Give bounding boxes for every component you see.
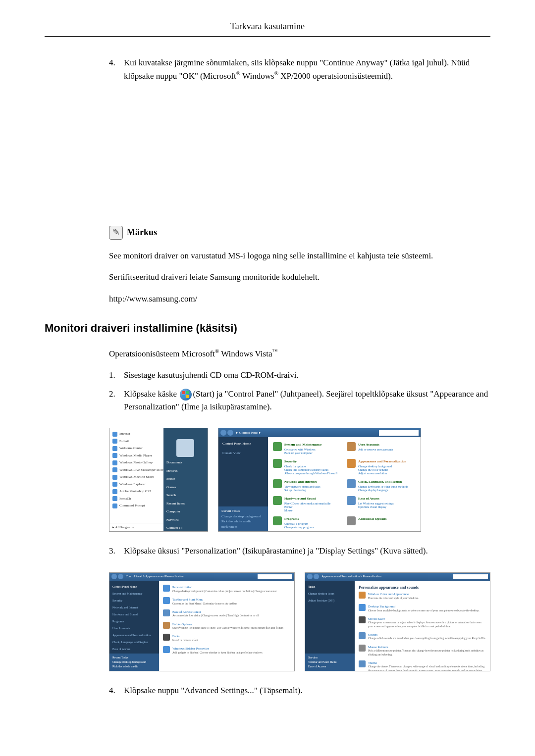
screenshot-control-panel: ▸ Control Panel ▸ Control Panel Home Cla…	[218, 428, 421, 532]
pers-category: Ease of Access CenterAccommodate low vis…	[163, 609, 290, 618]
cp-category: Appearance and PersonalizationChange des…	[347, 459, 416, 475]
pers-category: Folder OptionsSpecify single- or double-…	[163, 622, 290, 630]
pers-left-link: Control Panel Home	[112, 585, 156, 589]
pers-left-link: Ease of Access	[112, 647, 156, 652]
screenshot-appearance-personalization: Control Panel > Appearance and Personali…	[109, 572, 295, 671]
note-p2: Sertifitseeritud draiveri leiate Samsung…	[109, 271, 490, 284]
cp-classic-view: Classic View	[222, 451, 264, 456]
back-icon	[307, 574, 313, 579]
start-menu-right-item: Search	[166, 493, 205, 498]
step-list-top: Kui kuvatakse järgmine sõnumiaken, siis …	[109, 56, 490, 82]
search-input	[453, 574, 488, 579]
step-4b: Klõpsake nuppu "Advanced Settings..." (T…	[109, 684, 490, 697]
screenshot-row-2: Control Panel > Appearance and Personali…	[109, 572, 490, 671]
start-menu-right-item: Network	[166, 517, 205, 523]
back-icon	[111, 574, 117, 579]
note-p1: See monitori draiver on varustatud MS-i …	[109, 250, 490, 262]
screenshot-personalization: Appearance and Personalization > Persona…	[305, 572, 490, 671]
pers-left-link: Security	[112, 599, 156, 603]
page-header: Tarkvara kasutamine	[45, 20, 490, 37]
pers-category: Taskbar and Start MenuCustomize the Star…	[163, 597, 290, 605]
start-menu-right-item: Computer	[166, 509, 205, 514]
pers2-item: Window Color and AppearanceFine tune the…	[359, 592, 486, 600]
pers2-item: Mouse PointersPick a different mouse poi…	[359, 645, 486, 656]
pers2-left-link: Adjust font size (DPI)	[308, 599, 352, 603]
cp-recent-tasks: Change desktop background Pick the whole…	[221, 514, 265, 530]
note-icon: ✎	[109, 226, 123, 240]
pers2-item: Desktop BackgroundChoose from available …	[359, 604, 486, 612]
start-menu-right-item: Pictures	[166, 468, 205, 474]
cp-category: SecurityCheck for updates Check this com…	[273, 459, 342, 475]
steps-list-4: Klõpsake nuppu "Advanced Settings..." (T…	[109, 684, 490, 697]
cp-category: Ease of AccessLet Windows suggest settin…	[347, 496, 416, 512]
screenshot-start-menu: InternetE-mailWelcome CenterWindows Medi…	[109, 428, 208, 532]
pers2-item: SoundsChange which sounds are heard when…	[359, 632, 486, 641]
forward-icon	[314, 574, 319, 579]
start-menu-right-item: Recent Items	[166, 501, 205, 506]
pers-left-link: User Accounts	[112, 626, 156, 631]
steps-list-main: Sisestage kasutusjuhendi CD oma CD-ROM-d…	[109, 369, 490, 413]
avatar	[176, 439, 194, 457]
cp-recent-tasks-hdr: Recent Tasks	[221, 508, 265, 514]
pers-category: Windows Sidebar PropertiesAdd gadgets to…	[163, 646, 290, 655]
os-line: Operatsioonisüsteem Microsoft® Windows V…	[109, 347, 490, 360]
note-section: ✎ Märkus See monitori draiver on varusta…	[109, 226, 490, 305]
cp-left-header: Control Panel Home	[222, 441, 264, 447]
pers2-left-link: Tasks	[308, 585, 352, 589]
cp-category: Additional Options	[347, 516, 416, 529]
start-menu-right-item: Music	[166, 476, 205, 482]
steps-list-3: Klõpsake üksusi "Personalization" (Isiku…	[109, 545, 490, 557]
cp-category: ProgramsUninstall a program Change start…	[273, 516, 342, 529]
note-title: Märkus	[127, 226, 157, 239]
section-title: Monitori draiveri installimine (käsitsi)	[45, 320, 490, 336]
cp-category: User AccountsAdd or remove user accounts	[347, 442, 416, 455]
pers2-header: Personalize appearance and sounds	[359, 585, 486, 591]
step-1: Sisestage kasutusjuhendi CD oma CD-ROM-d…	[109, 369, 490, 382]
breadcrumb: ▸ Control Panel ▸	[234, 430, 379, 436]
forward-icon	[118, 574, 123, 579]
pers-left-link: Clock, Language, and Region	[112, 640, 156, 645]
start-icon	[180, 389, 192, 401]
pers-left-link: Network and Internet	[112, 605, 156, 610]
cp-category: Network and InternetView network status …	[273, 479, 342, 492]
note-url: http://www.samsung.com/	[109, 293, 490, 305]
pers2-left-link: Change desktop icons	[308, 592, 352, 596]
step-4: Kui kuvatakse järgmine sõnumiaken, siis …	[109, 56, 490, 82]
cp-category: System and MaintenanceGet started with W…	[273, 442, 342, 455]
search-input	[379, 430, 419, 436]
pers2-bottom: See also Taskbar and Start Menu Ease of …	[305, 654, 355, 671]
page-title: Tarkvara kasutamine	[230, 21, 305, 31]
start-menu-right-item: Games	[166, 485, 205, 490]
pers-left-link: Programs	[112, 619, 156, 624]
cp-category: Clock, Language, and RegionChange keyboa…	[347, 479, 416, 492]
pers-left-link: System and Maintenance	[112, 592, 156, 596]
pers-category: PersonalizationChange desktop background…	[163, 585, 290, 593]
search-input	[258, 574, 292, 579]
pers2-item: Screen SaverChange your screen saver or …	[359, 616, 486, 628]
pers2-item: ThemeChange the theme. Themes can change…	[359, 660, 486, 671]
start-menu-right-item: Documents	[166, 460, 205, 465]
back-icon	[220, 430, 226, 436]
all-programs: ▸ All Programs	[109, 523, 163, 532]
image-placeholder-spacer	[45, 97, 490, 216]
step-3: Klõpsake üksusi "Personalization" (Isiku…	[109, 545, 490, 557]
pers-left-link: Hardware and Sound	[112, 612, 156, 617]
pers-left-link: Appearance and Personalization	[112, 633, 156, 638]
pers1-bottom: Recent Tasks Change desktop background P…	[109, 654, 159, 671]
step-2: Klõpsake käske (Start) ja "Control Panel…	[109, 388, 490, 413]
breadcrumb: Appearance and Personalization > Persona…	[320, 574, 453, 579]
start-menu-right-item: Connect To	[166, 525, 205, 531]
breadcrumb: Control Panel > Appearance and Personali…	[124, 574, 258, 579]
cp-category: Hardware and SoundPlay CDs or other medi…	[273, 496, 342, 512]
forward-icon	[227, 430, 233, 436]
screenshot-row-1: InternetE-mailWelcome CenterWindows Medi…	[109, 428, 490, 532]
pers-category: FontsInstall or remove a font	[163, 634, 290, 642]
